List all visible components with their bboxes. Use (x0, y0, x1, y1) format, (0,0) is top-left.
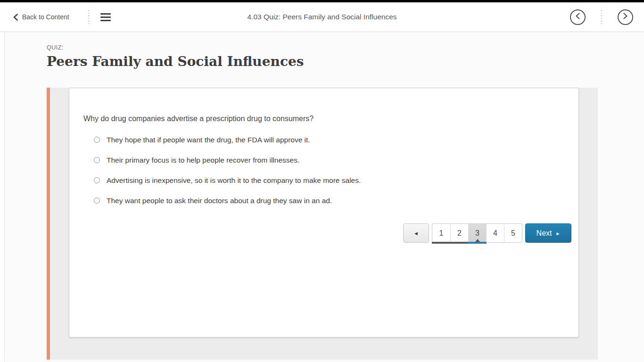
answer-option-label[interactable]: Their primary focus is to help people re… (107, 156, 299, 165)
current-page-caret-icon (475, 239, 480, 242)
header-divider-dots-icon (601, 10, 603, 24)
header-right-group (570, 9, 644, 25)
prev-arrow-icon: ◄ (413, 230, 419, 236)
answer-option[interactable]: Advertising is inexpensive, so it is wor… (94, 176, 564, 185)
answer-option-label[interactable]: They want people to ask their doctors ab… (107, 197, 332, 205)
page-number: 2 (457, 229, 462, 237)
page-number: 1 (439, 229, 444, 237)
menu-icon[interactable] (100, 13, 111, 21)
answer-option[interactable]: Their primary focus is to help people re… (94, 156, 564, 165)
chevron-left-circle-icon (575, 13, 580, 21)
question-card: Why do drug companies advertise a prescr… (69, 88, 579, 337)
back-to-content-button[interactable]: Back to Content (13, 13, 69, 21)
answer-option-label[interactable]: They hope that if people want the drug, … (107, 136, 310, 144)
page-button-5[interactable]: 5 (504, 224, 522, 242)
page-heading: QUIZ: Peers Family and Social Influences (0, 32, 644, 69)
next-button-label: Next (537, 229, 552, 238)
completed-underline (450, 242, 469, 244)
chevron-left-icon (13, 14, 18, 21)
page-button-3[interactable]: 3 (468, 224, 486, 242)
drag-handle-icon[interactable] (88, 10, 90, 24)
radio-button[interactable] (94, 197, 100, 204)
question-text: Why do drug companies advertise a prescr… (83, 115, 564, 123)
radio-button[interactable] (94, 157, 100, 163)
activity-header: Back to Content 4.03 Quiz: Peers Family … (0, 2, 644, 32)
page-button-1[interactable]: 1 (432, 224, 450, 242)
page-button-2[interactable]: 2 (450, 224, 468, 242)
chevron-right-circle-icon (623, 13, 628, 21)
next-arrow-icon: ► (556, 231, 561, 236)
radio-button[interactable] (94, 137, 100, 143)
page-button-4[interactable]: 4 (486, 224, 504, 242)
answer-option[interactable]: They hope that if people want the drug, … (94, 135, 564, 144)
header-left-group: Back to Content (0, 10, 111, 24)
page-number: 5 (511, 229, 515, 237)
page-number: 3 (475, 229, 479, 237)
page-number: 4 (493, 229, 497, 237)
answer-options: They hope that if people want the drug, … (94, 135, 564, 205)
back-to-content-label: Back to Content (22, 13, 69, 21)
current-underline (468, 242, 487, 244)
previous-page-button[interactable]: ◄ (403, 223, 429, 243)
completed-underline (432, 242, 451, 244)
quiz-container: Why do drug companies advertise a prescr… (47, 88, 598, 360)
answer-option[interactable]: They want people to ask their doctors ab… (94, 196, 564, 205)
activity-title: 4.03 Quiz: Peers Family and Social Influ… (247, 13, 396, 21)
quiz-kicker: QUIZ: (47, 44, 644, 51)
quiz-pagination: ◄ 1 2 3 (69, 223, 571, 243)
page-title: Peers Family and Social Influences (47, 54, 644, 69)
next-page-button[interactable]: Next ► (525, 223, 571, 243)
content-area: QUIZ: Peers Family and Social Influences… (0, 32, 644, 362)
left-gutter (0, 32, 5, 362)
next-activity-button[interactable] (618, 9, 633, 25)
page-number-group: 1 2 3 4 (432, 223, 522, 243)
answer-option-label[interactable]: Advertising is inexpensive, so it is wor… (107, 176, 361, 185)
previous-activity-button[interactable] (570, 9, 586, 25)
radio-button[interactable] (94, 177, 100, 183)
